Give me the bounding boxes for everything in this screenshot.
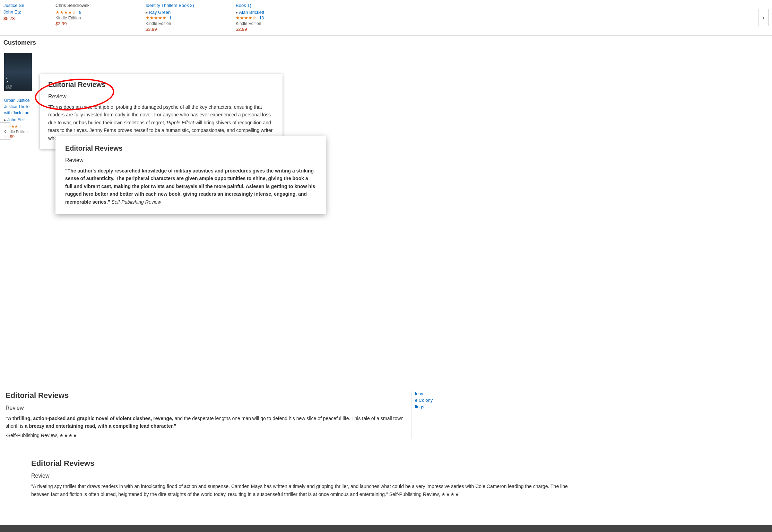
- right-sidebar-link-1[interactable]: lony: [415, 391, 470, 396]
- carousel-next-arrow[interactable]: ›: [758, 9, 769, 26]
- review-count-3[interactable]: 18: [259, 16, 264, 20]
- left-book-entry: Justice Se John Etz $5.73: [3, 3, 42, 21]
- book-stars-1: ★★★★☆ 8: [55, 9, 132, 15]
- editorial-large-text: "A riveting spy thriller that draws read…: [31, 484, 568, 497]
- editorial-large-review: "A riveting spy thriller that draws read…: [31, 482, 586, 498]
- sidebar-book-title-2[interactable]: Justice Thrille: [4, 104, 29, 109]
- carousel-prev-arrow[interactable]: ‹: [0, 122, 10, 140]
- editorial-main-bold1: "A thrilling, action-packed and graphic …: [6, 416, 173, 421]
- sidebar-book-title-3[interactable]: with Jack Lan: [4, 110, 29, 115]
- overlay2-subheading: Review: [65, 157, 316, 163]
- overlay1-subheading: Review: [48, 94, 274, 100]
- overlay1-italic: Ripple Effect: [167, 120, 194, 125]
- book-stars-3: ★★★★☆ 18: [236, 15, 312, 20]
- review-count-1[interactable]: 8: [79, 10, 81, 15]
- overlay1-heading: Editorial Reviews: [48, 81, 274, 89]
- book-cover-title: UJ: [6, 77, 8, 83]
- book-item-2: Identity Thrillers Book 2) ▸ Ray Green ★…: [146, 3, 222, 32]
- overlay2-review-text: "The author's deeply researched knowledg…: [65, 167, 316, 206]
- star-icon-3: ★★★★: [236, 15, 252, 20]
- editorial-main-section: Editorial Reviews Review "A thrilling, a…: [0, 385, 772, 445]
- bottom-bar: [0, 525, 772, 532]
- customers-label: Customers: [3, 39, 36, 46]
- editorial-main-review: "A thrilling, action-packed and graphic …: [6, 415, 404, 430]
- editorial-large-stars: ★★★★: [441, 491, 459, 497]
- book-format-2: Kindle Edition: [146, 21, 222, 26]
- book-price-1: $3.99: [55, 21, 132, 26]
- book-price-3: $2.99: [236, 27, 312, 32]
- review-count-2[interactable]: 1: [169, 16, 172, 20]
- sidebar-book-cover: UJ JOHNETZL: [4, 53, 32, 91]
- page-wrapper: Justice Se John Etz $5.73 Chris Sendrows…: [0, 0, 772, 532]
- book-stars-2: ★★★★★ 1: [146, 15, 222, 20]
- overlay-popup-2: Editorial Reviews Review "The author's d…: [55, 136, 326, 214]
- editorial-source-text: -Self-Publishing Review,: [6, 433, 59, 438]
- left-price: $5.73: [3, 16, 42, 21]
- book-price-2: $3.99: [146, 27, 222, 32]
- book-cover-author: JOHNETZL: [6, 85, 12, 89]
- book-item-3: Book 1) ▸ Alan Brickett ★★★★☆ 18 Kindle …: [236, 3, 312, 32]
- chevron-right-icon: ›: [762, 14, 764, 21]
- overlay2-bold-text: "The author's deeply researched knowledg…: [65, 168, 315, 205]
- book-author-link-2[interactable]: Ray Green: [149, 10, 171, 15]
- editorial-main-stars: ★★★★: [59, 433, 77, 438]
- book-item-1: Chris Sendrowski ★★★★☆ 8 Kindle Edition …: [55, 3, 132, 26]
- left-title-link-2[interactable]: John Etz: [3, 9, 42, 15]
- mid-area: ‹ Customers UJ JOHNETZL Urban Justice Ju…: [0, 36, 772, 216]
- book-title-link-2[interactable]: Identity Thrillers Book 2): [146, 3, 222, 8]
- editorial-main-source: -Self-Publishing Review, ★★★★: [6, 432, 404, 439]
- sidebar-book-author[interactable]: John Etzil: [7, 117, 25, 122]
- sidebar-book-title-1[interactable]: Urban Justice: [4, 98, 29, 103]
- editorial-large-subheading: Review: [31, 473, 586, 479]
- editorial-large-heading: Editorial Reviews: [31, 459, 586, 468]
- book-format-3: Kindle Edition: [236, 21, 312, 26]
- overlay2-source: Self-Publishing Review: [112, 199, 161, 205]
- top-book-row: Justice Se John Etz $5.73 Chris Sendrows…: [0, 0, 772, 36]
- book-author-link-3[interactable]: Alan Brickett: [239, 10, 264, 15]
- star-icon-2: ★★★★★: [146, 15, 166, 20]
- book-format-1: Kindle Edition: [55, 16, 132, 20]
- right-sidebar-link-3[interactable]: lings: [415, 404, 470, 409]
- right-sidebar: lony e Colony lings: [411, 391, 470, 439]
- editorial-main-heading: Editorial Reviews: [6, 391, 404, 400]
- editorial-large-section: Editorial Reviews Review "A riveting spy…: [0, 452, 772, 506]
- overlay2-heading: Editorial Reviews: [65, 144, 316, 152]
- left-title-link-1[interactable]: Justice Se: [3, 3, 42, 8]
- book-author-1: Chris Sendrowski: [55, 3, 132, 8]
- book-title-link-3[interactable]: Book 1): [236, 3, 312, 8]
- editorial-main-subheading: Review: [6, 405, 404, 411]
- right-sidebar-link-2[interactable]: e Colony: [415, 398, 470, 403]
- editorial-main-bold2: a breezy and entertaining read, with a c…: [25, 423, 176, 429]
- chevron-left-icon: ‹: [4, 127, 6, 135]
- star-icon-1: ★★★★: [55, 10, 72, 15]
